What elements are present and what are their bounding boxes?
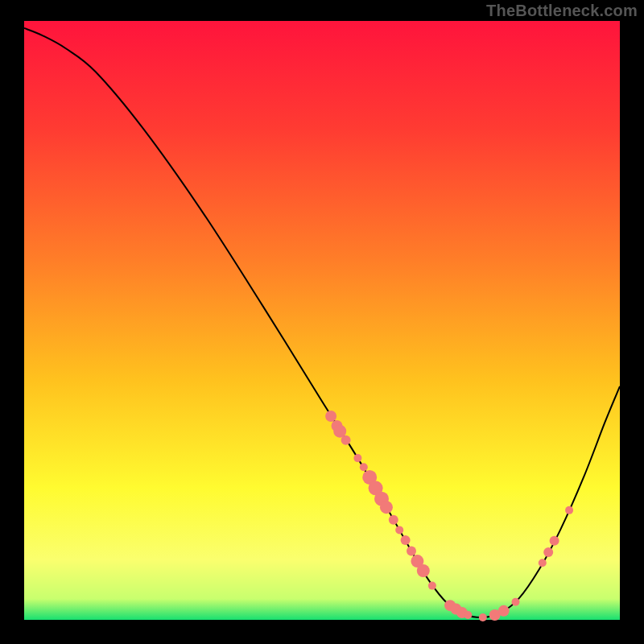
data-point <box>550 536 559 546</box>
data-point <box>401 535 411 545</box>
bottleneck-chart <box>0 0 644 644</box>
data-point <box>325 411 336 422</box>
data-point <box>417 564 430 577</box>
data-point <box>380 501 393 514</box>
data-point <box>543 547 553 557</box>
data-point <box>479 613 487 621</box>
data-point <box>464 611 472 619</box>
data-point <box>512 598 520 606</box>
data-point <box>341 436 351 445</box>
data-point <box>539 559 547 567</box>
data-point <box>565 506 573 514</box>
data-point <box>428 582 436 590</box>
chart-svg <box>0 0 644 644</box>
data-point <box>389 515 398 525</box>
data-point <box>360 463 368 471</box>
data-point <box>353 454 361 462</box>
chart-gradient-bg <box>24 21 620 620</box>
watermark-text: TheBottleneck.com <box>486 2 638 20</box>
data-point <box>498 605 510 617</box>
data-point <box>395 526 403 534</box>
data-point <box>407 546 416 555</box>
